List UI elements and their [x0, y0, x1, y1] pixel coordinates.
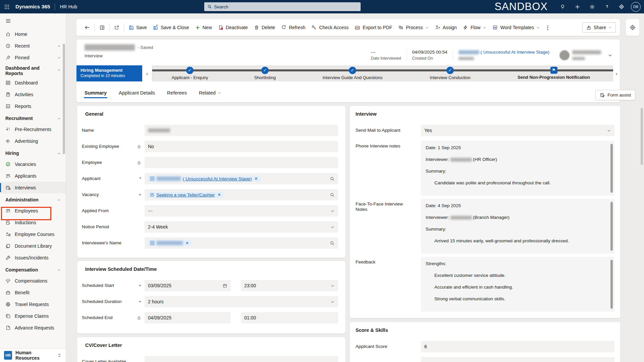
brand-title[interactable]: Dynamics 365	[15, 4, 50, 10]
copilot-toggle-icon[interactable]	[614, 0, 629, 13]
sidebar-item-benefit[interactable]: Benefit	[0, 287, 66, 298]
plus-icon[interactable]	[570, 0, 585, 13]
sidebar-item-applicants[interactable]: Applicants	[0, 170, 66, 182]
save-and-close-button[interactable]: Save & Close	[150, 23, 192, 32]
applicant-status-link[interactable]: ( Unsuccessful At Interview Stage)	[480, 50, 549, 55]
search-input[interactable]	[214, 4, 358, 9]
new-button[interactable]: New	[192, 23, 215, 32]
sidebar-item-employee-courses[interactable]: Employee Courses	[0, 228, 66, 240]
help-icon[interactable]	[599, 0, 614, 13]
sidebar-scrollbar-thumb[interactable]	[63, 44, 65, 154]
scheduled-duration-select[interactable]: 2 hours	[145, 296, 338, 307]
sidebar-item-inductions[interactable]: Inductions	[0, 217, 66, 228]
owner-avatar[interactable]	[559, 50, 570, 60]
share-button[interactable]: Share	[582, 22, 616, 33]
feedback-textarea[interactable]: Strengths: Excellent customer service at…	[421, 257, 614, 312]
sidebar-section-recruitment[interactable]: Recruitment	[0, 112, 66, 123]
existing-employee-input[interactable]: No	[145, 141, 338, 152]
bpf-stage-interview-guide[interactable]: ✓ Interview Guide And Questions	[309, 65, 396, 80]
back-button[interactable]	[81, 22, 93, 33]
phone-interview-notes-textarea[interactable]: Date: 1 Sep 2025 Interviewer: (HR Office…	[421, 141, 614, 196]
vacancy-lookup-input[interactable]: Seeking a new Teller/Cashier ✕	[145, 189, 338, 200]
process-button[interactable]: Process	[395, 23, 432, 32]
area-switcher[interactable]: HR Human Resources	[0, 348, 66, 362]
sidebar-section-administration[interactable]: Administration	[0, 193, 66, 205]
sidebar-item-issues-incidents[interactable]: Issues/Incidents	[0, 252, 66, 263]
sidebar-item-interviews[interactable]: Interviews	[0, 182, 66, 193]
applicant-score-input[interactable]: 6	[421, 341, 614, 352]
double-chevron-icon[interactable]	[57, 353, 62, 358]
form-selector-button[interactable]	[96, 23, 108, 33]
chevron-up-icon[interactable]	[57, 152, 61, 156]
scheduled-start-time-select[interactable]: 23:00	[241, 280, 338, 291]
textarea-scrollbar-thumb[interactable]	[610, 260, 613, 309]
bpf-process-box[interactable]: Hiring Management Completed in 10 minute…	[76, 65, 142, 81]
sidebar-item-expense-claims[interactable]: Expense Claims	[0, 310, 66, 322]
name-input[interactable]	[145, 125, 338, 136]
sidebar-item-home[interactable]: Home	[0, 28, 66, 40]
face-to-face-notes-textarea[interactable]: Date: 4 Sep 2025 Interviewer: (Branch Ma…	[421, 199, 614, 254]
export-to-pdf-button[interactable]: PDF Export to PDF	[352, 23, 395, 33]
remove-value-icon[interactable]: ✕	[185, 241, 190, 245]
sidebar-item-employees[interactable]: Employees	[0, 205, 66, 217]
tab-related[interactable]: Related	[194, 87, 226, 99]
user-avatar[interactable]: DB	[631, 2, 641, 12]
sidebar-item-dashboard[interactable]: Dashboard	[0, 77, 66, 88]
lookup-search-icon[interactable]	[330, 192, 335, 197]
open-in-new-window-button[interactable]	[111, 23, 122, 32]
sidebar-item-reports[interactable]: Reports	[0, 100, 66, 112]
scheduled-end-time-input[interactable]: 01:00	[241, 312, 338, 323]
sidebar-item-advertising[interactable]: Advertising	[0, 135, 66, 147]
chevron-up-icon[interactable]	[57, 117, 61, 121]
sidebar-item-compensations[interactable]: Compensations	[0, 275, 66, 287]
app-name[interactable]: HR Hub	[60, 4, 77, 9]
sidebar-item-pinned[interactable]: Pinned	[0, 52, 66, 63]
remove-value-icon[interactable]: ✕	[254, 176, 259, 181]
app-launcher-waffle-icon[interactable]	[0, 0, 13, 13]
delete-button[interactable]: Delete	[251, 23, 278, 32]
lookup-search-icon[interactable]	[330, 241, 335, 246]
settings-gear-icon[interactable]	[585, 0, 599, 13]
lightbulb-icon[interactable]	[555, 0, 570, 13]
sidebar-section-hiring[interactable]: Hiring	[0, 147, 66, 158]
vacancy-record-link[interactable]: Seeking a new Teller/Cashier	[156, 192, 215, 197]
sidebar-section-dashboard-reports[interactable]: Dashboard and Reports	[0, 63, 66, 77]
applied-from-select[interactable]: ---	[145, 205, 338, 217]
bpf-next-chevron[interactable]: ›	[613, 65, 620, 81]
remove-value-icon[interactable]: ✕	[217, 192, 222, 197]
copilot-panel-toggle[interactable]	[626, 19, 639, 36]
chevron-down-icon[interactable]	[57, 44, 61, 48]
sidebar-item-document-library[interactable]: Document Library	[0, 240, 66, 252]
tab-applicant-details[interactable]: Applicant Details	[114, 87, 160, 99]
hamburger-menu-icon[interactable]	[0, 13, 66, 28]
tab-summary[interactable]: Summary	[80, 87, 111, 99]
sidebar-item-recent[interactable]: Recent	[0, 40, 66, 52]
header-expand-chevron-icon[interactable]	[608, 53, 612, 58]
scheduled-end-date-input[interactable]: 04/09/2025	[145, 312, 231, 323]
send-mail-select[interactable]: Yes	[421, 125, 614, 136]
partial-input[interactable]	[421, 357, 614, 362]
chevron-down-icon[interactable]	[57, 56, 61, 60]
textarea-scrollbar-thumb[interactable]	[610, 202, 613, 251]
cover-letter-input[interactable]	[145, 356, 338, 362]
main-scrollbar[interactable]	[640, 107, 643, 355]
sidebar-item-vacancies[interactable]: Vacancies	[0, 158, 66, 170]
sidebar-section-compensation[interactable]: Compensation	[0, 263, 66, 275]
refresh-button[interactable]: Refresh	[278, 23, 308, 32]
assign-button[interactable]: Assign	[432, 23, 460, 32]
bpf-stage-send-non-progression[interactable]: ⚑ Send Non-Progression Notification	[510, 65, 597, 80]
sidebar-item-travel-requests[interactable]: Travel Requests	[0, 298, 66, 310]
bpf-stage-interview-conduction[interactable]: ✓ Interview Conduction	[407, 65, 494, 80]
notice-period-select[interactable]: 2-4 Week	[145, 221, 338, 233]
form-assist-button[interactable]: Form assist	[595, 90, 635, 100]
bpf-stage-shortlisting[interactable]: ✓ Shortlisting	[221, 65, 309, 80]
word-templates-button[interactable]: W Word Templates	[489, 23, 543, 32]
sidebar-scrollbar[interactable]	[62, 30, 65, 345]
applicant-lookup-input[interactable]: ( Unsuccessful At Interview Stage) ✕	[145, 173, 338, 184]
tab-referees[interactable]: Referees	[162, 87, 192, 99]
deactivate-button[interactable]: Deactivate	[215, 23, 251, 32]
chevron-up-icon[interactable]	[57, 198, 61, 202]
textarea-scrollbar-thumb[interactable]	[610, 144, 613, 193]
flow-button[interactable]: Flow	[460, 23, 490, 32]
scheduled-start-date-input[interactable]: 03/09/2025	[145, 280, 231, 291]
